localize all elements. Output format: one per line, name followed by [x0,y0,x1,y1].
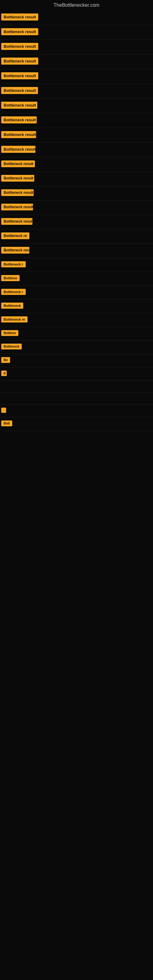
bottleneck-result-badge[interactable]: Bottleneck result [1,13,38,21]
bottleneck-result-badge[interactable]: Bottleneck result [1,131,36,138]
list-item: B [0,368,153,381]
list-item: Bottlene [0,327,153,340]
bottleneck-result-badge[interactable]: Bottlene [1,330,18,336]
list-item: Bottleneck result [0,215,153,229]
list-item: Bottleneck result [0,40,153,54]
bottleneck-result-badge[interactable]: B [1,371,7,376]
results-list: Bottleneck resultBottleneck resultBottle… [0,10,153,431]
bottleneck-result-badge[interactable]: Bottleneck result [1,161,35,167]
bottleneck-result-badge[interactable]: Bottleneck r [1,289,26,295]
bottleneck-result-badge[interactable]: Bott [1,420,12,426]
bottleneck-result-badge[interactable]: Bo [1,357,10,363]
bottleneck-result-badge[interactable]: Bottleneck result [1,116,37,123]
bottleneck-result-badge[interactable]: Bottleneck result [1,28,38,35]
bottleneck-result-badge[interactable]: Bottleneck result [1,57,38,65]
bottleneck-result-badge[interactable]: Bottleneck result [1,218,32,225]
list-item: Bottleneck [0,340,153,354]
list-item: Bottleneck r [0,258,153,272]
list-item: Bottleneck result [0,128,153,143]
list-item: Bottleneck result [0,113,153,128]
list-item: Bottleneck [0,299,153,313]
list-item: Bottleneck result [0,186,153,200]
list-item [0,381,153,393]
list-item: Bo [0,354,153,368]
bottleneck-result-badge[interactable]: Bottleneck result [1,146,35,153]
list-item: Bottleneck result [0,200,153,215]
bottleneck-result-badge[interactable]: · [1,407,6,413]
list-item: · [0,404,153,417]
bottleneck-result-badge[interactable]: Bottleneck re [1,317,27,323]
list-item: Bott [0,417,153,431]
bottleneck-result-badge[interactable]: Bottleneck result [1,247,29,254]
bottleneck-result-badge[interactable]: Bottlene [1,275,19,281]
bottleneck-result-badge[interactable]: Bottleneck result [1,72,38,79]
bottleneck-result-badge[interactable]: Bottleneck result [1,204,33,210]
bottleneck-result-badge[interactable]: Bottleneck r [1,261,26,267]
bottleneck-result-badge[interactable]: Bottleneck result [1,43,38,50]
list-item: Bottleneck result [0,172,153,186]
list-item: Bottleneck result [0,143,153,158]
list-item: Bottleneck result [0,244,153,258]
list-item [0,393,153,404]
bottleneck-result-badge[interactable]: Bottleneck result [1,175,34,181]
bottleneck-result-badge[interactable]: Bottleneck re [1,232,29,239]
list-item: Bottleneck result [0,25,153,40]
site-title-bar: TheBottlenecker.com [0,0,153,10]
list-item: Bottleneck result [0,54,153,69]
bottleneck-result-badge[interactable]: Bottleneck [1,344,22,350]
list-item: Bottleneck result [0,158,153,172]
list-item: Bottleneck re [0,229,153,244]
list-item: Bottlene [0,272,153,286]
list-item: Bottleneck result [0,10,153,25]
list-item: Bottleneck r [0,286,153,299]
list-item: Bottleneck result [0,69,153,84]
site-title: TheBottlenecker.com [0,0,153,10]
bottleneck-result-badge[interactable]: Bottleneck result [1,102,37,109]
bottleneck-result-badge[interactable]: Bottleneck result [1,87,38,94]
bottom-spacer [0,431,153,584]
list-item: Bottleneck re [0,313,153,327]
list-item: Bottleneck result [0,99,153,113]
bottleneck-result-badge[interactable]: Bottleneck result [1,189,33,196]
bottleneck-result-badge[interactable]: Bottleneck [1,302,23,309]
list-item: Bottleneck result [0,84,153,99]
